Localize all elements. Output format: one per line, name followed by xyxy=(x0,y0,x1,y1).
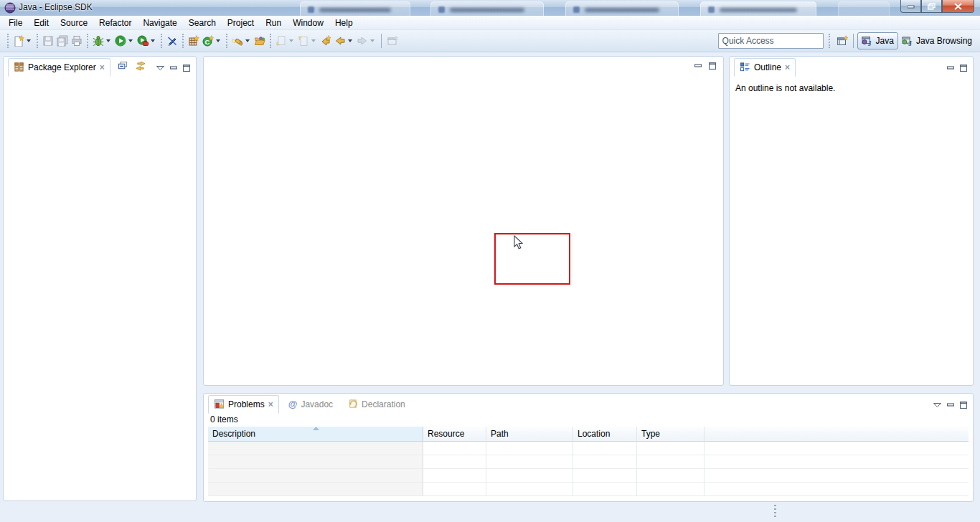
declaration-tab[interactable]: Declaration xyxy=(342,396,410,413)
menu-navigate[interactable]: Navigate xyxy=(137,16,182,29)
open-perspective-button[interactable] xyxy=(835,32,849,49)
editor-area-tools xyxy=(694,62,716,70)
editor-area[interactable] xyxy=(203,56,724,386)
menu-project[interactable]: Project xyxy=(222,16,260,29)
svg-text:C: C xyxy=(205,38,210,46)
menu-edit[interactable]: Edit xyxy=(28,16,55,29)
new-wizard-button[interactable] xyxy=(11,32,34,49)
next-annotation-dropdown-icon[interactable] xyxy=(289,39,293,42)
maximize-view-icon[interactable] xyxy=(960,402,967,409)
column-header-location[interactable]: Location xyxy=(573,427,637,442)
restore-button[interactable] xyxy=(921,0,942,13)
toolbar-grip xyxy=(87,34,88,48)
package-explorer-tab[interactable]: Package Explorer × xyxy=(8,58,110,77)
package-explorer-tools xyxy=(156,65,196,72)
search-dropdown-icon[interactable] xyxy=(245,39,250,42)
menu-run[interactable]: Run xyxy=(260,16,287,29)
column-header-description[interactable]: Description xyxy=(208,427,423,442)
eclipse-window: Java - Eclipse SDK File xyxy=(0,0,980,522)
minimize-view-icon[interactable] xyxy=(170,65,177,72)
back-dropdown-icon[interactable] xyxy=(348,39,352,42)
open-perspective-icon xyxy=(837,35,848,47)
close-icon xyxy=(954,3,962,10)
run-external-tools-button[interactable] xyxy=(136,32,158,49)
menu-refactor[interactable]: Refactor xyxy=(93,16,137,29)
problems-header: Problems × @ Javadoc Declaration xyxy=(204,394,973,413)
minimize-button[interactable] xyxy=(900,0,921,13)
forward-dropdown-icon[interactable] xyxy=(370,39,374,42)
new-wizard-dropdown-icon[interactable] xyxy=(27,39,31,42)
column-header-path[interactable]: Path xyxy=(486,427,573,442)
menu-help[interactable]: Help xyxy=(329,16,359,29)
svg-text:J: J xyxy=(908,39,912,47)
maximize-view-icon[interactable] xyxy=(709,62,716,70)
menu-window[interactable]: Window xyxy=(287,16,329,29)
previous-annotation-dropdown-icon[interactable] xyxy=(311,39,316,42)
forward-icon xyxy=(357,35,368,47)
run-external-tools-dropdown-icon[interactable] xyxy=(151,39,155,42)
save-button[interactable] xyxy=(41,32,55,49)
debug-button[interactable] xyxy=(91,32,113,49)
next-annotation-button[interactable] xyxy=(274,32,296,49)
crossed-pen-icon xyxy=(166,35,178,47)
view-menu-icon[interactable] xyxy=(156,66,164,70)
java-perspective-button[interactable]: J Java xyxy=(857,32,898,49)
java-browsing-perspective-label: Java Browsing xyxy=(916,36,972,46)
print-button[interactable] xyxy=(70,32,84,49)
svg-text:J: J xyxy=(867,39,871,47)
toolbar-grip xyxy=(270,34,271,48)
crossed-pen-button[interactable] xyxy=(165,32,179,49)
search-button[interactable] xyxy=(230,32,253,49)
menu-search[interactable]: Search xyxy=(183,16,222,29)
link-with-editor-icon[interactable] xyxy=(135,61,146,71)
minimize-icon xyxy=(908,3,915,9)
background-browser-tab xyxy=(430,1,544,16)
column-header-resource[interactable]: Resource xyxy=(423,427,486,442)
new-java-class-dropdown-icon[interactable] xyxy=(216,39,220,42)
close-view-icon[interactable]: × xyxy=(785,64,790,71)
javadoc-tab[interactable]: @ Javadoc xyxy=(283,396,338,413)
last-edit-location-button[interactable] xyxy=(319,32,333,49)
table-row xyxy=(208,455,969,469)
background-tab-text xyxy=(720,8,797,12)
package-explorer-content[interactable] xyxy=(4,76,196,500)
view-menu-icon[interactable] xyxy=(933,403,941,407)
problems-table-header: Description Resource Path Location Type xyxy=(208,427,969,442)
run-dropdown-icon[interactable] xyxy=(128,39,133,42)
minimize-view-icon[interactable] xyxy=(947,402,954,409)
pin-editor-button[interactable] xyxy=(385,32,400,49)
eclipse-logo-icon xyxy=(4,2,16,14)
debug-dropdown-icon[interactable] xyxy=(106,39,110,42)
close-button[interactable] xyxy=(942,0,974,13)
close-view-icon[interactable]: × xyxy=(268,401,273,408)
minimize-view-icon[interactable] xyxy=(694,63,702,70)
declaration-tab-label: Declaration xyxy=(362,399,405,409)
minimize-view-icon[interactable] xyxy=(947,65,954,72)
menu-file[interactable]: File xyxy=(3,16,28,29)
outline-tab[interactable]: Outline × xyxy=(734,58,796,77)
open-folder-button[interactable] xyxy=(253,32,267,49)
status-bar-grip[interactable] xyxy=(774,505,776,517)
problems-tab[interactable]: Problems × xyxy=(208,395,279,414)
menu-source[interactable]: Source xyxy=(55,16,93,29)
close-view-icon[interactable]: × xyxy=(100,64,105,71)
print-icon xyxy=(71,35,83,47)
new-java-class-button[interactable]: C xyxy=(201,32,223,49)
collapse-all-icon[interactable] xyxy=(118,61,128,71)
new-java-project-button[interactable] xyxy=(187,32,201,49)
sort-ascending-icon xyxy=(313,427,319,430)
java-browsing-perspective-icon: J xyxy=(902,35,913,47)
save-icon xyxy=(42,35,54,47)
maximize-view-icon[interactable] xyxy=(183,65,190,72)
save-all-button[interactable] xyxy=(55,32,70,49)
column-header-type[interactable]: Type xyxy=(637,427,705,442)
quick-access-input[interactable] xyxy=(718,33,824,49)
previous-annotation-button[interactable] xyxy=(296,32,319,49)
problems-table-body xyxy=(208,442,969,496)
new-java-project-icon xyxy=(188,35,199,47)
run-button[interactable] xyxy=(113,32,136,49)
maximize-view-icon[interactable] xyxy=(960,65,967,72)
back-button[interactable] xyxy=(333,32,355,49)
forward-button[interactable] xyxy=(355,32,377,49)
java-browsing-perspective-button[interactable]: J Java Browsing xyxy=(898,33,976,49)
